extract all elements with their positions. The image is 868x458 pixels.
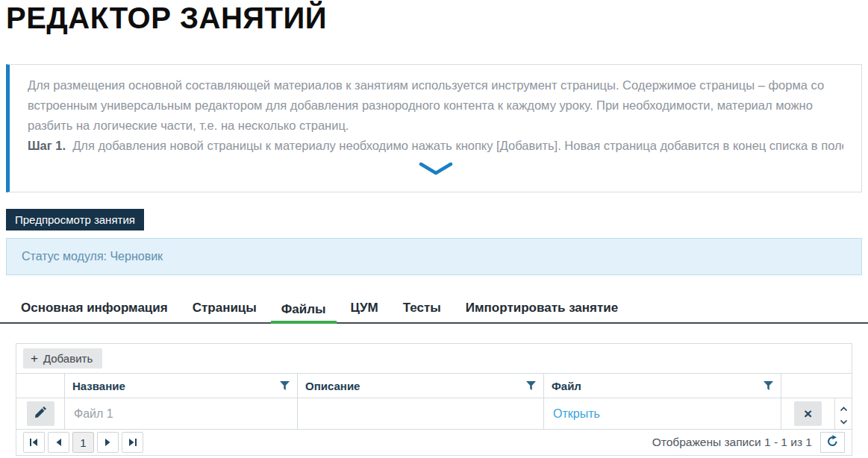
header-cell-actions [781,374,852,398]
page-number-button[interactable]: 1 [72,432,94,453]
next-page-icon [104,437,111,448]
first-page-icon [30,437,38,448]
instructions-panel: Для размещения основной составляющей мат… [6,64,862,192]
prev-page-button[interactable] [48,432,69,453]
files-table-pager: 1 Отображены записи 1 - 1 из 1 [16,430,852,455]
table-vertical-scrollbar[interactable] [834,398,852,429]
expand-instructions-button[interactable] [28,156,843,186]
file-name: Файл 1 [74,407,113,421]
header-cell-name: Название [64,374,297,398]
instructions-line: Для размещения основной составляющей мат… [28,75,843,95]
row-description-cell [297,398,543,429]
refresh-button[interactable] [820,432,845,453]
filter-icon[interactable] [764,381,773,390]
tab-pages[interactable]: Страницы [182,301,267,322]
header-cell-edit [16,374,64,398]
pager-right-group: Отображены записи 1 - 1 из 1 [652,432,845,453]
row-edit-cell [16,398,64,429]
table-row: Файл 1 Открыть × [16,398,852,430]
pager-nav-buttons: 1 [23,432,146,453]
column-header-file: Файл [552,380,581,392]
first-page-button[interactable] [23,432,45,453]
page-title: РЕДАКТОР ЗАНЯТИЙ [6,1,862,34]
filter-icon[interactable] [526,381,536,390]
module-status-text: Статус модуля: Черновик [22,250,163,263]
tab-bar: Основная информация Страницы Файлы ЦУМ Т… [0,301,868,324]
delete-row-button[interactable]: × [794,401,822,426]
column-header-name: Название [72,380,125,392]
tab-tests[interactable]: Тесты [393,301,452,322]
step-text: Для добавления новой страницы к материал… [72,139,843,152]
lesson-editor-page: РЕДАКТОР ЗАНЯТИЙ Для размещения основной… [0,1,868,456]
step-label: Шаг 1. [28,139,66,152]
scroll-up-icon[interactable] [840,401,848,414]
files-table-toolbar: + Добавить [16,344,852,374]
row-delete-cell: × [781,398,834,429]
filter-icon[interactable] [280,381,290,390]
instructions-line: встроенным универсальным редактором для … [28,95,843,116]
column-header-description: Описание [305,380,360,392]
row-name-cell: Файл 1 [64,398,297,429]
open-file-link[interactable]: Открыть [553,407,600,421]
scroll-down-icon[interactable] [840,414,848,427]
add-file-button-label: Добавить [43,352,93,365]
pencil-icon [34,407,46,421]
module-status-banner: Статус модуля: Черновик [6,238,862,275]
row-file-cell: Открыть [543,398,781,429]
instructions-line: разбить на логические части, т.е. на нес… [28,116,843,136]
tab-import-lesson[interactable]: Импортировать занятие [455,301,628,322]
tab-main-info[interactable]: Основная информация [10,301,178,322]
refresh-icon [825,434,840,451]
instructions-step-line: Шаг 1. Для добавления новой страницы к м… [28,136,843,156]
tab-files[interactable]: Файлы [271,302,337,324]
add-file-button[interactable]: + Добавить [23,348,102,368]
last-page-button[interactable] [122,432,143,453]
edit-row-button[interactable] [27,401,54,426]
files-table: + Добавить Название Описание Файл [16,343,852,456]
tab-tsum[interactable]: ЦУМ [340,301,389,322]
last-page-icon [128,437,137,448]
pager-records-info: Отображены записи 1 - 1 из 1 [652,436,812,449]
header-cell-description: Описание [297,374,543,398]
preview-lesson-button[interactable]: Предпросмотр занятия [6,209,144,230]
next-page-button[interactable] [97,432,119,453]
chevron-down-icon [419,165,453,178]
header-cell-file: Файл [543,374,781,398]
close-icon: × [804,407,812,421]
prev-page-icon [55,437,62,448]
files-table-header-row: Название Описание Файл [16,374,852,398]
plus-icon: + [31,354,38,364]
